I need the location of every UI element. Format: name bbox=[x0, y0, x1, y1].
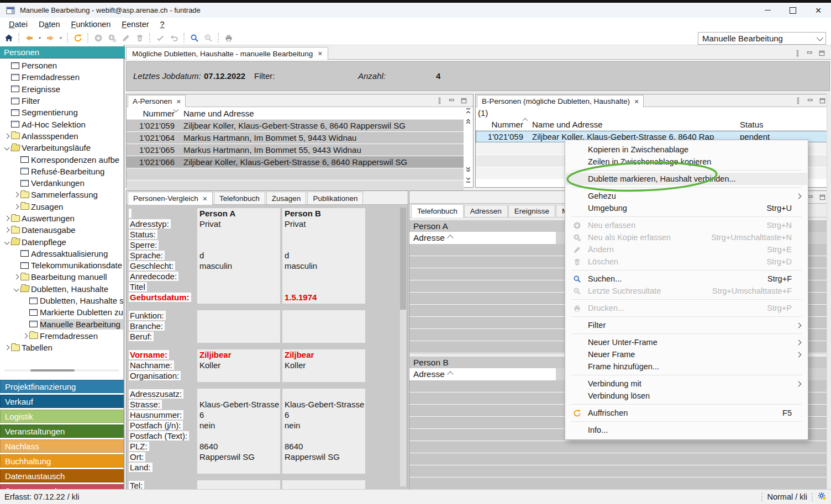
sidebar-horizontal-scrollbar[interactable] bbox=[4, 369, 119, 372]
sidebar-module-button[interactable]: Veranstaltungen bbox=[0, 425, 124, 438]
maximize-frame-icon[interactable] bbox=[819, 193, 826, 203]
context-menu-item[interactable]: Verbindung lösen bbox=[566, 390, 807, 402]
tree-chevron-icon[interactable] bbox=[2, 240, 11, 244]
toolbar-separator[interactable] bbox=[87, 33, 88, 43]
context-menu-item[interactable]: Ändern Strg+E bbox=[566, 243, 807, 256]
compare-tab[interactable]: Publikationen bbox=[307, 192, 363, 204]
compare-tab[interactable]: Telefonbuch bbox=[214, 192, 265, 204]
tree-item[interactable]: Personen bbox=[0, 60, 123, 71]
minimize-button[interactable] bbox=[755, 3, 780, 18]
context-menu-item[interactable]: Frame hinzufügen... bbox=[566, 360, 807, 373]
context-menu-item[interactable]: Auffrischen F5 bbox=[566, 407, 807, 419]
maximize-frame-icon[interactable] bbox=[460, 97, 467, 107]
tree-chevron-icon[interactable] bbox=[12, 205, 20, 209]
tree-item[interactable]: Verarbeitungsläufe bbox=[0, 142, 123, 153]
table-row[interactable]: 1'021'065 Markus Hartmann, Im Bommet 55,… bbox=[127, 144, 464, 156]
context-menu-item[interactable]: Gehezu bbox=[566, 190, 807, 202]
context-menu-item[interactable]: Neu erfassen Strg+N bbox=[566, 219, 807, 231]
delete-icon[interactable] bbox=[133, 32, 146, 44]
column-header-adresse[interactable]: Adresse bbox=[409, 232, 556, 244]
context-menu-item[interactable]: Verbindung mit bbox=[566, 378, 807, 390]
new-as-copy-icon[interactable] bbox=[105, 32, 119, 44]
tab-moegliche-dubletten[interactable]: Mögliche Dubletten, Haushalte - manuelle… bbox=[126, 47, 328, 60]
minimize-frame-icon[interactable] bbox=[448, 97, 455, 107]
tree-item[interactable]: Korrespondenzen aufbe bbox=[0, 153, 123, 165]
view-selector-combobox[interactable]: Manuelle Bearbeitung bbox=[698, 32, 826, 45]
last-search-results-icon[interactable] bbox=[201, 32, 215, 44]
sidebar-module-button[interactable]: Projektfinanzierung bbox=[0, 380, 124, 393]
compare-vertical-scrollbar[interactable] bbox=[400, 208, 406, 486]
close-tab-icon[interactable] bbox=[634, 97, 639, 106]
context-menu-item[interactable]: Dublette markieren, Haushalt verbinden..… bbox=[566, 173, 807, 185]
detail-tab[interactable]: Telefonbuch bbox=[411, 204, 464, 217]
toolbar-separator[interactable] bbox=[67, 33, 68, 43]
context-menu-item[interactable]: Suchen... Strg+F bbox=[566, 273, 807, 285]
context-menu-item[interactable]: Löschen Strg+D bbox=[566, 256, 807, 268]
column-header-name-adresse[interactable]: Name und Adresse bbox=[180, 109, 473, 118]
toolbar-separator[interactable] bbox=[149, 33, 150, 43]
tree-item[interactable]: Bearbeitung manuell bbox=[0, 271, 123, 283]
confirm-icon[interactable] bbox=[153, 32, 167, 44]
sidebar-module-button[interactable]: Logistik bbox=[0, 410, 124, 423]
compare-tab[interactable]: Zusagen bbox=[266, 192, 307, 204]
back-history-caret-icon[interactable] bbox=[36, 32, 43, 44]
forward-icon[interactable] bbox=[43, 32, 57, 44]
toolbar-separator[interactable] bbox=[218, 33, 219, 43]
close-tab-icon[interactable] bbox=[203, 194, 207, 203]
tree-chevron-icon[interactable] bbox=[2, 134, 11, 138]
search-icon[interactable] bbox=[187, 32, 201, 44]
minimize-frame-icon[interactable] bbox=[806, 49, 813, 59]
settings-gear-icon[interactable] bbox=[817, 491, 827, 502]
tree-chevron-icon[interactable] bbox=[2, 346, 11, 349]
page-down-icon[interactable] bbox=[465, 166, 472, 176]
close-tab-icon[interactable] bbox=[176, 97, 181, 106]
link-frames-icon[interactable] bbox=[436, 97, 443, 107]
maximize-button[interactable] bbox=[780, 3, 806, 18]
menu-bar-item[interactable]: Funktionen bbox=[66, 19, 117, 30]
scroll-to-top-icon[interactable] bbox=[465, 107, 472, 117]
tree-item[interactable]: Anlassspenden bbox=[0, 130, 123, 142]
column-header-status[interactable]: Status bbox=[737, 120, 831, 129]
tree-item[interactable]: Datenausgabe bbox=[0, 224, 123, 236]
table-row[interactable]: 1'021'066 Ziljibear Koller, Klaus-Gebert… bbox=[127, 156, 464, 168]
tree-item[interactable]: Fremdadressen bbox=[0, 71, 123, 83]
forward-history-caret-icon[interactable] bbox=[57, 32, 64, 44]
toolbar-separator[interactable] bbox=[18, 33, 19, 43]
tree-chevron-icon[interactable] bbox=[2, 146, 11, 150]
sidebar-header-personen[interactable]: Personen bbox=[0, 46, 127, 59]
tree-item[interactable]: Ereignisse bbox=[0, 83, 123, 95]
print-icon[interactable] bbox=[222, 32, 235, 44]
sidebar-module-button[interactable]: Verkauf bbox=[0, 395, 124, 408]
table-row[interactable] bbox=[127, 168, 464, 180]
tree-chevron-icon[interactable] bbox=[12, 275, 20, 279]
tree-item[interactable]: Adressaktualisierung bbox=[0, 248, 123, 259]
maximize-frame-icon[interactable] bbox=[818, 49, 825, 59]
panel-b-tab[interactable]: B-Personen (mögliche Dubletten, Haushalt… bbox=[477, 95, 644, 107]
tree-item[interactable]: Telekommunikationsdate bbox=[0, 259, 123, 271]
undo-icon[interactable] bbox=[167, 32, 181, 44]
detail-tab[interactable]: Ereignisse bbox=[508, 205, 555, 217]
menu-bar-item[interactable]: Datei bbox=[3, 19, 33, 30]
sidebar-module-button[interactable]: Buchhaltung bbox=[0, 454, 124, 468]
link-frames-icon[interactable] bbox=[794, 49, 801, 59]
scroll-to-bottom-icon[interactable] bbox=[465, 176, 472, 185]
menu-bar-item[interactable]: Daten bbox=[33, 19, 66, 30]
tree-item[interactable]: Sammelerfassung bbox=[0, 189, 123, 200]
maximize-frame-icon[interactable] bbox=[819, 97, 826, 107]
context-menu-item[interactable]: Letzte Suchresultate Strg+Umschalttaste+… bbox=[566, 285, 807, 297]
tree-item[interactable]: Auswertungen bbox=[0, 213, 123, 224]
link-frames-icon[interactable] bbox=[795, 97, 802, 107]
tree-chevron-icon[interactable] bbox=[12, 193, 20, 197]
tree-chevron-icon[interactable] bbox=[2, 228, 11, 232]
column-header-nummer[interactable]: Nummer bbox=[476, 120, 528, 129]
context-menu-item[interactable]: Neuer Frame bbox=[566, 348, 807, 360]
tree-item[interactable]: Refusé-Bearbeitung bbox=[0, 166, 123, 177]
home-icon[interactable] bbox=[2, 32, 15, 44]
tree-item[interactable]: Ad-Hoc Selektion bbox=[0, 118, 123, 130]
context-menu-item[interactable]: Neu als Kopie erfassen Strg+Umschalttast… bbox=[566, 231, 807, 243]
menu-bar-item[interactable]: ? bbox=[155, 19, 170, 30]
close-button[interactable] bbox=[806, 3, 831, 18]
context-menu-item[interactable]: Kopieren in Zwischenablage bbox=[566, 144, 807, 156]
refresh-icon[interactable] bbox=[71, 32, 85, 44]
tree-item[interactable]: Dubletten, Haushalte bbox=[0, 283, 123, 295]
